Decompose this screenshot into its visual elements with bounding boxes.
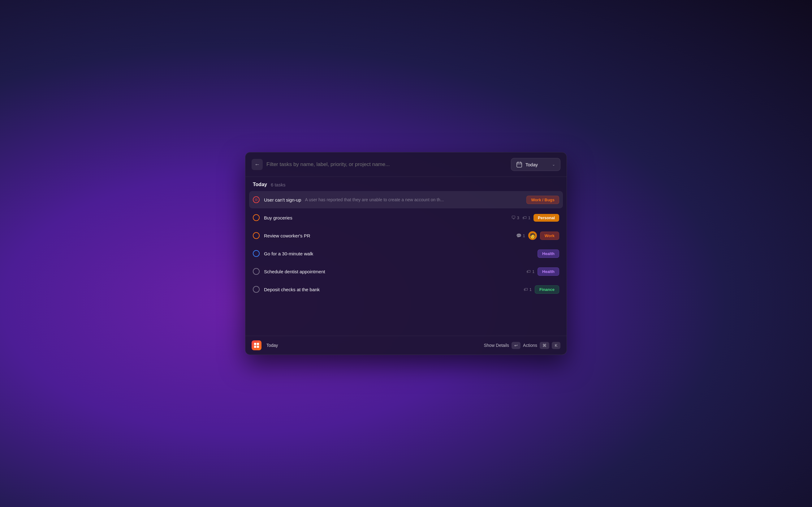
task-comments: 🗨 3 xyxy=(511,215,519,220)
task-list-header: Today 6 tasks xyxy=(245,177,567,191)
task-label: Personal xyxy=(534,214,559,222)
task-row[interactable]: User can't sign-up A user has reported t… xyxy=(249,191,563,208)
task-title: User can't sign-up xyxy=(264,197,301,203)
app-logo-icon xyxy=(253,342,260,348)
search-input[interactable] xyxy=(266,161,507,168)
svg-rect-7 xyxy=(257,346,259,348)
task-tags: 🏷 1 xyxy=(526,269,535,274)
svg-rect-4 xyxy=(254,343,256,345)
calendar-icon xyxy=(516,161,522,168)
task-content: Review coworker's PR xyxy=(264,233,512,238)
task-content: Deposit checks at the bank xyxy=(264,287,519,292)
task-title: Buy groceries xyxy=(264,215,293,220)
list-header-today: Today xyxy=(253,182,267,187)
footer-actions: Show Details ↩ Actions ⌘ K xyxy=(484,342,560,349)
task-content: User can't sign-up A user has reported t… xyxy=(264,197,522,203)
task-meta: 🏷 1 Health xyxy=(526,267,559,276)
task-label: Health xyxy=(538,249,559,258)
app-icon xyxy=(252,340,261,350)
task-checkbox[interactable] xyxy=(253,232,260,239)
task-tags: 🏷 1 xyxy=(523,287,531,292)
task-content: Schedule dentist appointment xyxy=(264,269,522,274)
search-input-wrapper xyxy=(266,161,507,168)
comment-count: 1 xyxy=(523,233,525,238)
cmd-key: ⌘ xyxy=(540,342,549,349)
task-label: Finance xyxy=(535,285,559,294)
task-title: Schedule dentist appointment xyxy=(264,269,325,274)
task-content: Go for a 30-minute walk xyxy=(264,251,533,256)
task-meta: 🏷 1 Finance xyxy=(523,285,559,294)
task-checkbox[interactable] xyxy=(253,286,260,293)
task-row[interactable]: Deposit checks at the bank 🏷 1 Finance xyxy=(249,281,563,298)
task-comments: 💬 1 xyxy=(516,233,525,238)
task-meta: 🗨 3 🏷 1 Personal xyxy=(511,214,559,222)
k-key: K xyxy=(552,342,560,349)
back-icon: ← xyxy=(254,161,260,168)
tag-count: 1 xyxy=(529,287,531,292)
task-title: Deposit checks at the bank xyxy=(264,287,320,292)
tag-count: 1 xyxy=(532,269,535,274)
task-meta: 💬 1 🧑 Work xyxy=(516,231,559,240)
task-meta: Health xyxy=(538,249,559,258)
task-label: Work / Bugs xyxy=(526,196,559,204)
show-details-button[interactable]: Show Details xyxy=(484,343,509,348)
actions-button[interactable]: Actions xyxy=(523,343,537,348)
date-filter-dropdown[interactable]: Today ⌄ xyxy=(511,158,560,171)
comment-icon: 💬 xyxy=(516,233,521,238)
chevron-down-icon: ⌄ xyxy=(552,162,555,167)
thread-icon: 🗨 xyxy=(511,215,515,220)
task-row[interactable]: Go for a 30-minute walk Health xyxy=(249,245,563,262)
date-filter-label: Today xyxy=(525,162,538,167)
task-row[interactable]: Review coworker's PR 💬 1 🧑 Work xyxy=(249,227,563,244)
tag-count: 1 xyxy=(528,216,530,220)
tag-icon: 🏷 xyxy=(522,215,527,220)
task-label: Health xyxy=(538,267,559,276)
content-spacer xyxy=(245,299,567,336)
back-button[interactable]: ← xyxy=(252,159,263,170)
task-checkbox[interactable] xyxy=(253,268,260,275)
footer: Today Show Details ↩ Actions ⌘ K xyxy=(245,336,567,354)
task-title: Review coworker's PR xyxy=(264,233,310,238)
task-checkbox[interactable] xyxy=(253,250,260,257)
task-row[interactable]: Schedule dentist appointment 🏷 1 Health xyxy=(249,263,563,280)
svg-rect-6 xyxy=(254,346,256,348)
tag-icon: 🏷 xyxy=(526,269,531,274)
task-meta: Work / Bugs xyxy=(526,196,559,204)
task-content: Buy groceries xyxy=(264,215,507,220)
comment-count: 3 xyxy=(517,216,519,220)
task-tags: 🏷 1 xyxy=(522,215,530,220)
svg-rect-0 xyxy=(517,162,522,167)
task-label: Work xyxy=(540,232,559,240)
task-checkbox[interactable] xyxy=(253,196,260,203)
avatar: 🧑 xyxy=(528,231,537,240)
task-list: User can't sign-up A user has reported t… xyxy=(245,191,567,298)
main-window: ← Today ⌄ Today 6 tasks xyxy=(245,152,567,355)
task-row[interactable]: Buy groceries 🗨 3 🏷 1 Personal xyxy=(249,209,563,226)
search-bar: ← Today ⌄ xyxy=(245,153,567,177)
tag-icon: 🏷 xyxy=(523,287,528,292)
task-checkbox[interactable] xyxy=(253,214,260,221)
enter-key: ↩ xyxy=(511,342,520,349)
svg-rect-5 xyxy=(257,343,259,345)
task-description: A user has reported that they are unable… xyxy=(305,197,444,202)
task-title: Go for a 30-minute walk xyxy=(264,251,313,256)
list-header-count: 6 tasks xyxy=(271,182,286,187)
footer-title: Today xyxy=(266,343,479,348)
